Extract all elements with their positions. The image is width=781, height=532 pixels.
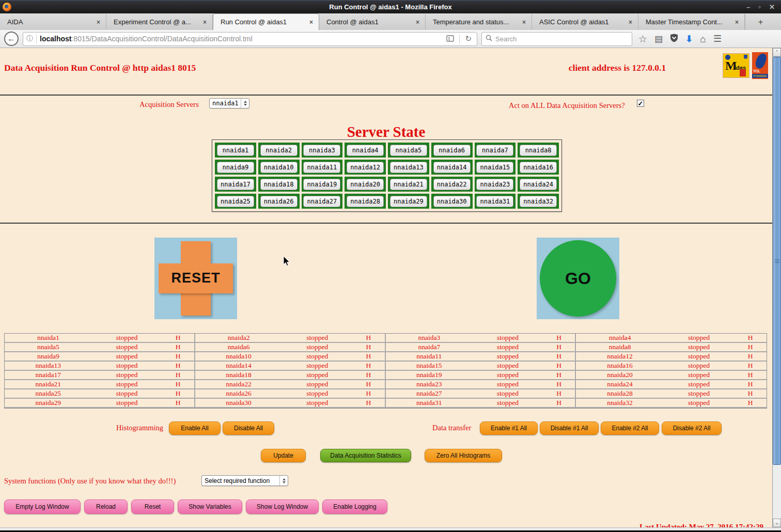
reload-icon[interactable]: ↻: [463, 34, 474, 43]
downloads-icon[interactable]: ⬇: [685, 35, 693, 43]
scrollbar-thumb[interactable]: [773, 57, 781, 465]
server-button-nnaida27[interactable]: nnaida27: [303, 196, 340, 207]
maximize-button[interactable]: ▫: [758, 1, 761, 14]
tab-close-icon[interactable]: ×: [95, 19, 102, 26]
reset-control[interactable]: RESET: [154, 238, 237, 319]
status-row-nnaida6: nnaida6stoppedH: [195, 343, 386, 352]
enable-2-all-button[interactable]: Enable #2 All: [601, 421, 659, 435]
vertical-scrollbar[interactable]: ⌃ ⌄: [772, 48, 781, 527]
bookmarks-list-icon[interactable]: ▤: [654, 35, 663, 43]
tab-control-aidas1[interactable]: Control @ aidas1×: [319, 14, 426, 30]
server-button-nnaida31[interactable]: nnaida31: [476, 196, 513, 207]
server-button-nnaida16[interactable]: nnaida16: [520, 162, 557, 173]
server-button-nnaida25[interactable]: nnaida25: [217, 196, 254, 207]
histogram-flag: H: [352, 352, 384, 361]
home-icon[interactable]: ⌂: [700, 34, 706, 44]
bookmark-star-icon[interactable]: ☆: [638, 34, 647, 44]
show-variables-button[interactable]: Show Variables: [178, 499, 242, 514]
disable-1-all-button[interactable]: Disable #1 All: [540, 421, 599, 435]
data-acquisition-statistics-button[interactable]: Data Acquisition Statistics: [320, 449, 411, 462]
server-state-value: stopped: [664, 371, 734, 379]
server-button-nnaida19[interactable]: nnaida19: [303, 179, 340, 190]
enable-all-button[interactable]: Enable All: [169, 421, 221, 435]
server-button-nnaida6[interactable]: nnaida6: [433, 145, 471, 156]
server-button-nnaida7[interactable]: nnaida7: [476, 145, 513, 156]
server-state-grid: nnaida1nnaida2nnaida3nnaida4nnaida5nnaid…: [212, 139, 562, 212]
close-button[interactable]: ✕: [769, 1, 775, 14]
server-state-value: stopped: [92, 371, 162, 379]
act-on-all-checkbox[interactable]: ✓: [637, 100, 644, 107]
server-button-nnaida29[interactable]: nnaida29: [390, 196, 427, 207]
server-button-nnaida26[interactable]: nnaida26: [260, 196, 298, 207]
enable-logging-button[interactable]: Enable Logging: [322, 499, 387, 514]
server-cell: nnaida18: [257, 176, 301, 193]
minimize-button[interactable]: –: [746, 1, 750, 14]
zero-all-histograms-button[interactable]: Zero All Histograms: [425, 449, 502, 462]
tab-close-icon[interactable]: ×: [414, 19, 421, 26]
enable-1-all-button[interactable]: Enable #1 All: [480, 421, 538, 435]
server-button-nnaida32[interactable]: nnaida32: [520, 196, 557, 207]
server-button-nnaida13[interactable]: nnaida13: [390, 162, 427, 173]
tab-temperature-and-status[interactable]: Temperature and status...×: [426, 14, 532, 30]
server-button-nnaida30[interactable]: nnaida30: [433, 196, 471, 207]
server-button-nnaida5[interactable]: nnaida5: [390, 145, 427, 156]
tab-close-icon[interactable]: ×: [521, 19, 527, 26]
tab-experiment-control-a[interactable]: Experiment Control @ a...×: [106, 14, 213, 30]
server-button-nnaida8[interactable]: nnaida8: [520, 145, 557, 156]
status-row-nnaida19: nnaida19stoppedH: [386, 371, 576, 380]
tab-master-timestamp-cont[interactable]: Master Timestamp Cont...×: [638, 14, 745, 30]
status-row-nnaida3: nnaida3stoppedH: [386, 334, 576, 343]
server-button-nnaida1[interactable]: nnaida1: [217, 145, 254, 156]
pocket-shield-icon[interactable]: [670, 34, 678, 44]
tab-close-icon[interactable]: ×: [627, 19, 634, 26]
server-button-nnaida14[interactable]: nnaida14: [433, 162, 471, 173]
system-functions-select[interactable]: Select required function: [201, 475, 288, 486]
new-tab-button[interactable]: +: [745, 14, 776, 30]
tab-close-icon[interactable]: ×: [733, 19, 740, 26]
menu-hamburger-icon[interactable]: ☰: [713, 34, 722, 43]
search-input[interactable]: Search: [481, 32, 632, 46]
reload-button[interactable]: Reload: [84, 499, 128, 514]
tab-close-icon[interactable]: ×: [201, 19, 208, 26]
server-button-nnaida3[interactable]: nnaida3: [303, 145, 340, 156]
server-button-nnaida4[interactable]: nnaida4: [347, 145, 384, 156]
server-cell: nnaida31: [474, 193, 517, 210]
server-button-nnaida18[interactable]: nnaida18: [260, 179, 298, 190]
server-button-nnaida2[interactable]: nnaida2: [260, 145, 298, 156]
tab-asic-control-aidas1[interactable]: ASIC Control @ aidas1×: [532, 14, 638, 30]
server-button-nnaida11[interactable]: nnaida11: [303, 162, 340, 173]
url-text[interactable]: localhost:8015/DataAcquisitionControl/Da…: [40, 35, 441, 43]
status-row-nnaida18: nnaida18stoppedH: [195, 371, 386, 380]
url-bar[interactable]: ⓘ localhost:8015/DataAcquisitionControl/…: [23, 32, 477, 46]
scroll-up-icon[interactable]: ⌃: [773, 48, 781, 57]
server-state-indicator: nnaida20: [345, 177, 386, 192]
server-cell: nnaida7: [474, 142, 517, 159]
server-button-nnaida12[interactable]: nnaida12: [347, 162, 384, 173]
acquisition-servers-select[interactable]: nnaida1: [209, 98, 249, 108]
server-button-nnaida20[interactable]: nnaida20: [347, 179, 384, 190]
server-button-nnaida22[interactable]: nnaida22: [433, 179, 471, 190]
server-button-nnaida17[interactable]: nnaida17: [217, 179, 254, 190]
disable-2-all-button[interactable]: Disable #2 All: [662, 421, 722, 435]
histogram-flag: H: [162, 352, 194, 361]
disable-all-button[interactable]: Disable All: [223, 421, 274, 435]
reader-mode-icon[interactable]: [444, 35, 456, 43]
server-button-nnaida9[interactable]: nnaida9: [217, 162, 254, 173]
tab-close-icon[interactable]: ×: [308, 19, 315, 26]
server-button-nnaida10[interactable]: nnaida10: [260, 162, 298, 173]
server-button-nnaida21[interactable]: nnaida21: [390, 179, 427, 190]
show-log-window-button[interactable]: Show Log Window: [246, 499, 319, 514]
back-button[interactable]: ←: [4, 32, 19, 46]
tab-run-control-aidas1[interactable]: Run Control @ aidas1×: [213, 13, 319, 30]
reset-button[interactable]: Reset: [131, 499, 174, 514]
server-button-nnaida24[interactable]: nnaida24: [520, 179, 557, 190]
server-button-nnaida28[interactable]: nnaida28: [347, 196, 384, 207]
update-button[interactable]: Update: [261, 449, 306, 462]
go-control[interactable]: GO: [537, 238, 619, 319]
server-button-nnaida15[interactable]: nnaida15: [476, 162, 513, 173]
page-info-icon[interactable]: ⓘ: [26, 34, 33, 43]
server-button-nnaida23[interactable]: nnaida23: [476, 179, 513, 190]
tab-aida[interactable]: AIDA×: [0, 14, 106, 30]
empty-log-window-button[interactable]: Empty Log Window: [4, 499, 81, 514]
scroll-down-icon[interactable]: ⌄: [773, 519, 781, 527]
